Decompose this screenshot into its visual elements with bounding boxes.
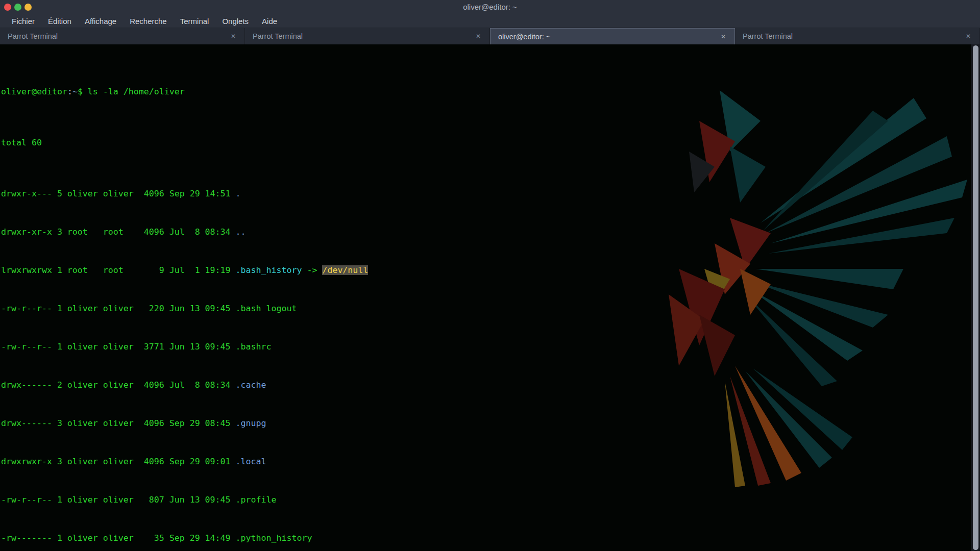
file-name: .bashrc — [236, 342, 272, 352]
ls-meta: drwxr-xr-x 3 root root 4096 Jul 8 08:34 — [1, 227, 236, 237]
scrollbar-track[interactable] — [971, 44, 980, 551]
dir-name: .cache — [236, 380, 266, 390]
close-icon[interactable]: ✕ — [474, 32, 483, 41]
ls-meta: drwxrwxr-x 3 oliver oliver 4096 Sep 29 0… — [1, 457, 236, 466]
ls-meta: drwx------ 3 oliver oliver 4096 Sep 29 0… — [1, 418, 236, 428]
tab-parrot-terminal-1[interactable]: Parrot Terminal ✕ — [0, 28, 245, 44]
terminal-output: oliver@editor:~$ ls -la /home/oliver tot… — [1, 47, 368, 551]
prompt-dollar: $ — [78, 87, 88, 96]
titlebar: oliver@editor: ~ — [0, 0, 980, 14]
close-icon[interactable]: ✕ — [964, 32, 973, 41]
symlink-name: .bash_history — [236, 265, 302, 275]
terminal-line-ls-row: -rw-r--r-- 1 oliver oliver 3771 Jun 13 0… — [1, 340, 368, 353]
ls-meta: drwx------ 2 oliver oliver 4096 Jul 8 08… — [1, 380, 236, 390]
terminal-line-ls-row: drwx------ 2 oliver oliver 4096 Jul 8 08… — [1, 379, 368, 391]
menu-item-affichage[interactable]: Affichage — [78, 15, 123, 27]
dir-name: . — [236, 189, 241, 198]
menu-item-fichier[interactable]: Fichier — [5, 15, 41, 27]
terminal-screen[interactable]: oliver@editor:~$ ls -la /home/oliver tot… — [0, 44, 980, 551]
dir-name: .. — [236, 227, 246, 237]
window-title: oliver@editor: ~ — [0, 3, 980, 11]
terminal-line-ls-row: -rw-r--r-- 1 oliver oliver 220 Jun 13 09… — [1, 302, 368, 315]
menu-item-edition[interactable]: Édition — [41, 15, 78, 27]
wallpaper-parrot-image — [669, 49, 975, 493]
menu-item-recherche[interactable]: Recherche — [123, 15, 174, 27]
dir-name: .gnupg — [236, 418, 266, 428]
terminal-line-ls-row: -rw------- 1 oliver oliver 35 Sep 29 14:… — [1, 532, 368, 544]
ls-meta: drwxr-x--- 5 oliver oliver 4096 Sep 29 1… — [1, 189, 236, 198]
ls-meta: -rw------- 1 oliver oliver 35 Sep 29 14:… — [1, 533, 236, 543]
tab-label: Parrot Terminal — [253, 32, 474, 40]
ls-meta: -rw-r--r-- 1 oliver oliver 220 Jun 13 09… — [1, 304, 236, 313]
tab-parrot-terminal-2[interactable]: Parrot Terminal ✕ — [245, 28, 490, 44]
tab-label: Parrot Terminal — [743, 32, 964, 40]
scrollbar-thumb[interactable] — [973, 45, 978, 550]
close-icon[interactable]: ✕ — [719, 32, 728, 41]
dir-name: .local — [236, 457, 266, 466]
close-icon[interactable]: ✕ — [229, 32, 238, 41]
terminal-line-total: total 60 — [1, 136, 368, 149]
symlink-target-devnull: /dev/null — [322, 265, 368, 275]
terminal-line-ls-row: lrwxrwxrwx 1 root root 9 Jul 1 19:19 .ba… — [1, 264, 368, 277]
command-ls: ls -la /home/oliver — [88, 87, 185, 96]
terminal-line-prompt-ls: oliver@editor:~$ ls -la /home/oliver — [1, 85, 368, 98]
tab-oliver-editor-active[interactable]: oliver@editor: ~ ✕ — [490, 28, 735, 44]
menu-item-aide[interactable]: Aide — [255, 15, 284, 27]
menu-item-terminal[interactable]: Terminal — [174, 15, 216, 27]
symlink-arrow: -> — [302, 265, 322, 275]
prompt-user-host: oliver@editor — [1, 87, 67, 96]
terminal-line-ls-row: drwx------ 3 oliver oliver 4096 Sep 29 0… — [1, 417, 368, 430]
terminal-line-ls-row: -rw-r--r-- 1 oliver oliver 807 Jun 13 09… — [1, 493, 368, 506]
ls-meta: -rw-r--r-- 1 oliver oliver 3771 Jun 13 0… — [1, 342, 236, 352]
terminal-line-ls-row: drwxr-xr-x 3 root root 4096 Jul 8 08:34 … — [1, 226, 368, 238]
prompt-colon: : — [67, 87, 72, 96]
tab-label: oliver@editor: ~ — [498, 33, 719, 41]
file-name: .bash_logout — [236, 304, 297, 313]
file-name: .profile — [236, 495, 277, 505]
tab-bar: Parrot Terminal ✕ Parrot Terminal ✕ oliv… — [0, 28, 980, 44]
menu-bar: Fichier Édition Affichage Recherche Term… — [0, 14, 980, 28]
ls-meta: lrwxrwxrwx 1 root root 9 Jul 1 19:19 — [1, 265, 236, 275]
tab-label: Parrot Terminal — [8, 32, 229, 40]
menu-item-onglets[interactable]: Onglets — [215, 15, 255, 27]
terminal-line-ls-row: drwxr-x--- 5 oliver oliver 4096 Sep 29 1… — [1, 187, 368, 200]
ls-meta: -rw-r--r-- 1 oliver oliver 807 Jun 13 09… — [1, 495, 236, 505]
file-name: .python_history — [236, 533, 312, 543]
tab-parrot-terminal-4[interactable]: Parrot Terminal ✕ — [735, 28, 980, 44]
prompt-path: ~ — [72, 87, 78, 96]
terminal-line-ls-row: drwxrwxr-x 3 oliver oliver 4096 Sep 29 0… — [1, 455, 368, 468]
